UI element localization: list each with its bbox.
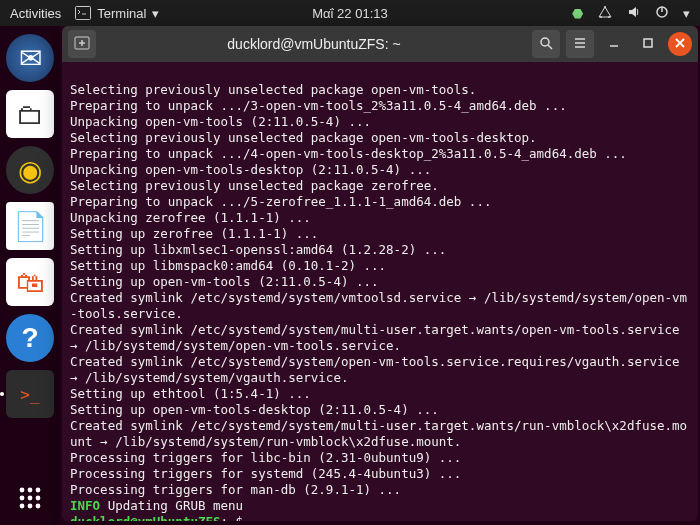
terminal-line: Unpacking open-vm-tools-desktop (2:11.0.…	[70, 162, 690, 178]
minimize-button[interactable]	[600, 30, 628, 58]
menu-button[interactable]	[566, 30, 594, 58]
info-label: INFO	[70, 498, 100, 513]
dock-writer[interactable]: 📄	[6, 202, 54, 250]
svg-point-9	[20, 495, 25, 500]
mail-icon: ✉	[19, 42, 42, 75]
terminal-line: Preparing to unpack .../4-open-vm-tools-…	[70, 146, 690, 162]
terminal-line: Selecting previously unselected package …	[70, 130, 690, 146]
plus-icon	[74, 35, 90, 54]
close-icon	[674, 36, 686, 52]
terminal-line: Setting up ethtool (1:5.4-1) ...	[70, 386, 690, 402]
terminal-line: Processing triggers for man-db (2.9.1-1)…	[70, 482, 690, 498]
prompt-symbol: $	[236, 514, 244, 521]
terminal-icon	[75, 6, 91, 20]
minimize-icon	[607, 36, 621, 53]
svg-point-2	[608, 16, 610, 18]
terminal-line: Selecting previously unselected package …	[70, 178, 690, 194]
terminal-line: Created symlink /etc/systemd/system/vmto…	[70, 290, 690, 322]
prompt-line[interactable]: ducklord@vmUbuntuZFS:~$	[70, 514, 690, 521]
terminal-line: Setting up zerofree (1.1.1-1) ...	[70, 226, 690, 242]
question-icon: ?	[21, 322, 38, 354]
clock[interactable]: Μαΐ 22 01:13	[312, 6, 387, 21]
dock-files[interactable]: 🗀	[6, 90, 54, 138]
terminal-line: Created symlink /etc/systemd/system/open…	[70, 354, 690, 386]
chevron-down-icon: ▾	[152, 6, 159, 21]
dock-software[interactable]: 🛍	[6, 258, 54, 306]
window-title: ducklord@vmUbuntuZFS: ~	[102, 36, 526, 52]
shopping-bag-icon: 🛍	[16, 266, 44, 299]
dock-show-applications[interactable]	[6, 477, 54, 525]
terminal-line: Processing triggers for libc-bin (2.31-0…	[70, 450, 690, 466]
dock: ✉ 🗀 ◉ 📄 🛍 ? >_	[0, 26, 60, 525]
info-message: Updating GRUB menu	[108, 498, 243, 513]
activities-button[interactable]: Activities	[10, 6, 61, 21]
terminal-line: Preparing to unpack .../5-zerofree_1.1.1…	[70, 194, 690, 210]
terminal-line: Unpacking open-vm-tools (2:11.0.5-4) ...	[70, 114, 690, 130]
search-button[interactable]	[532, 30, 560, 58]
svg-point-11	[36, 495, 41, 500]
svg-rect-0	[76, 7, 91, 20]
maximize-icon	[641, 36, 655, 53]
close-button[interactable]	[668, 32, 692, 56]
window-header[interactable]: ducklord@vmUbuntuZFS: ~	[62, 26, 698, 62]
network-icon[interactable]	[597, 5, 613, 22]
svg-point-13	[28, 503, 33, 508]
svg-rect-24	[644, 39, 652, 47]
terminal-line: Preparing to unpack .../3-open-vm-tools_…	[70, 98, 690, 114]
top-bar: Activities Terminal ▾ Μαΐ 22 01:13 ⬣ ▾	[0, 0, 700, 26]
svg-point-1	[600, 16, 602, 18]
terminal-line: Created symlink /etc/systemd/system/mult…	[70, 418, 690, 450]
svg-point-10	[28, 495, 33, 500]
terminal-line: Setting up open-vm-tools (2:11.0.5-4) ..…	[70, 274, 690, 290]
svg-point-12	[20, 503, 25, 508]
folder-icon: 🗀	[16, 98, 44, 131]
dock-rhythmbox[interactable]: ◉	[6, 146, 54, 194]
terminal-line: Setting up open-vm-tools-desktop (2:11.0…	[70, 402, 690, 418]
music-icon: ◉	[18, 154, 42, 187]
terminal-line: Unpacking zerofree (1.1.1-1) ...	[70, 210, 690, 226]
prompt-icon: >_	[20, 385, 39, 404]
svg-point-14	[36, 503, 41, 508]
app-name: Terminal	[97, 6, 146, 21]
terminal-line: Created symlink /etc/systemd/system/mult…	[70, 322, 690, 354]
terminal-line: Selecting previously unselected package …	[70, 82, 690, 98]
svg-point-3	[604, 6, 606, 8]
svg-point-7	[28, 487, 33, 492]
dock-thunderbird[interactable]: ✉	[6, 34, 54, 82]
terminal-line: Processing triggers for systemd (245.4-4…	[70, 466, 690, 482]
terminal-line: Setting up libmspack0:amd64 (0.10.1-2) .…	[70, 258, 690, 274]
terminal-output[interactable]: Selecting previously unselected package …	[62, 62, 698, 521]
prompt-userhost: ducklord@vmUbuntuZFS	[70, 514, 221, 521]
terminal-window: ducklord@vmUbuntuZFS: ~ Selec	[62, 26, 698, 521]
document-icon: 📄	[13, 210, 48, 243]
shield-icon[interactable]: ⬣	[572, 6, 583, 21]
app-indicator[interactable]: Terminal ▾	[75, 6, 159, 21]
dock-terminal[interactable]: >_	[6, 370, 54, 418]
grid-icon	[16, 484, 44, 519]
maximize-button[interactable]	[634, 30, 662, 58]
prompt-path: ~	[228, 514, 236, 521]
new-tab-button[interactable]	[68, 30, 96, 58]
hamburger-icon	[573, 36, 587, 53]
svg-point-6	[20, 487, 25, 492]
svg-line-19	[548, 45, 552, 49]
terminal-line: Setting up libxmlsec1-openssl:amd64 (1.2…	[70, 242, 690, 258]
svg-point-8	[36, 487, 41, 492]
search-icon	[539, 36, 553, 53]
dock-help[interactable]: ?	[6, 314, 54, 362]
power-icon[interactable]	[655, 5, 669, 22]
volume-icon[interactable]	[627, 5, 641, 22]
chevron-down-icon[interactable]: ▾	[683, 6, 690, 21]
svg-point-18	[541, 38, 549, 46]
